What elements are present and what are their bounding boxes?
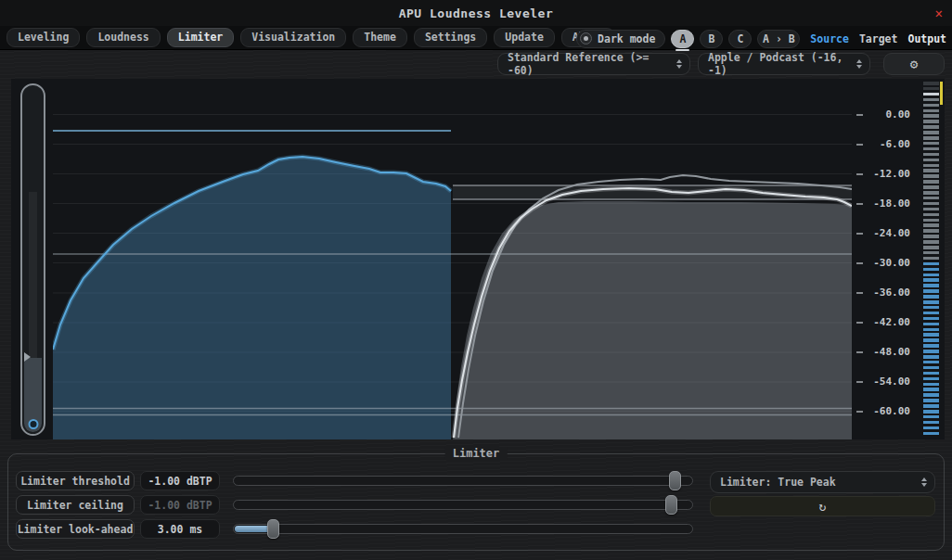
- ladder-segment: [923, 284, 939, 287]
- target-area-fill: [453, 201, 852, 439]
- slider-handle[interactable]: [267, 519, 279, 539]
- ladder-segment: [923, 415, 939, 419]
- ladder-segment: [923, 421, 939, 425]
- limiter-ceiling-slider[interactable]: [233, 495, 693, 515]
- view-tab-target[interactable]: Target: [859, 32, 898, 45]
- scale-label: -30.00: [858, 257, 910, 269]
- ladder-segment: [923, 257, 939, 261]
- ladder-segment: [923, 131, 939, 134]
- ladder-segment: [923, 235, 939, 238]
- ladder-segment: [923, 262, 939, 266]
- limiter-threshold-slider[interactable]: [233, 471, 693, 490]
- ladder-segment: [923, 377, 939, 381]
- ladder-segment: [923, 208, 939, 211]
- scale-label: -60.00: [858, 405, 910, 417]
- ladder-segment: [923, 274, 939, 277]
- slider-handle[interactable]: [665, 495, 677, 515]
- visualization-panel: 0.00-6.00-12.00-18.00-24.00-30.00-36.00-…: [11, 79, 945, 439]
- dark-mode-label: Dark mode: [598, 32, 655, 45]
- target-preset-value: Apple / Podcast (-16, -1): [708, 51, 851, 77]
- view-tab-output[interactable]: Output: [907, 32, 946, 45]
- ladder-segment: [923, 153, 939, 157]
- limiter-mode-select[interactable]: Limiter: True Peak: [710, 471, 935, 493]
- ladder-segment: [923, 120, 939, 123]
- ladder-segment: [923, 300, 939, 304]
- limiter-group-label: Limiter: [445, 447, 508, 460]
- ladder-segment: [923, 93, 939, 96]
- ladder-segment: [923, 295, 939, 299]
- ladder-segment: [923, 393, 939, 397]
- ladder-segment: [923, 306, 939, 310]
- tab-theme[interactable]: Theme: [353, 28, 407, 47]
- reference-preset-select[interactable]: Standard Reference (>= -60): [497, 53, 690, 75]
- ladder-segment: [923, 323, 939, 326]
- input-level-meter[interactable]: [20, 83, 45, 436]
- slider-track[interactable]: [233, 476, 693, 486]
- dark-mode-toggle-icon: [580, 32, 592, 45]
- ladder-segment: [923, 223, 939, 227]
- limiter-ceiling-label: Limiter ceiling: [16, 495, 135, 515]
- ladder-segment: [923, 251, 939, 255]
- limiter-reset-button[interactable]: ↻: [710, 496, 935, 516]
- loudness-plot: [53, 82, 852, 439]
- ladder-segment: [923, 338, 939, 342]
- tab-visualization[interactable]: Visualization: [240, 28, 346, 47]
- limiter-mode-value: Limiter: True Peak: [720, 476, 836, 489]
- tab-settings[interactable]: Settings: [414, 28, 487, 47]
- ab-copy-button[interactable]: A › B: [757, 30, 800, 48]
- reference-preset-value: Standard Reference (>= -60): [508, 51, 671, 77]
- ladder-segment: [923, 372, 939, 375]
- ladder-segment: [923, 229, 939, 233]
- updown-icon: [676, 59, 682, 69]
- meter-indicator-dot: [28, 419, 38, 429]
- updown-icon: [921, 477, 927, 487]
- target-preset-select[interactable]: Apple / Podcast (-16, -1): [698, 53, 870, 75]
- ladder-segment: [923, 213, 939, 217]
- limiter-threshold-value[interactable]: -1.00 dBTP: [140, 471, 220, 490]
- ladder-segment: [923, 350, 939, 353]
- close-icon[interactable]: ✕: [935, 6, 943, 20]
- limiter-ceiling-value[interactable]: -1.00 dBTP: [140, 495, 220, 515]
- tab-update[interactable]: Update: [494, 28, 555, 47]
- tab-leveling[interactable]: Leveling: [6, 28, 80, 47]
- ladder-segment: [923, 328, 939, 332]
- tab-strip: LevelingLoudnessLimiterVisualizationThem…: [0, 28, 615, 47]
- ladder-segment: [923, 174, 939, 178]
- ab-button-a[interactable]: A: [671, 30, 694, 48]
- ab-button-b[interactable]: B: [700, 30, 723, 48]
- ladder-segment: [923, 361, 939, 364]
- ladder-segment: [923, 219, 939, 223]
- ladder-segment: [923, 404, 939, 408]
- ladder-segment: [923, 164, 939, 168]
- ladder-segment: [923, 289, 939, 293]
- ladder-segment: [923, 278, 939, 282]
- limiter-group: Limiter Limiter threshold -1.00 dBTP Lim…: [7, 453, 945, 551]
- ab-button-c[interactable]: C: [728, 30, 752, 48]
- tab-limiter[interactable]: Limiter: [167, 28, 234, 47]
- tab-loudness[interactable]: Loudness: [86, 28, 160, 47]
- view-tab-source[interactable]: Source: [810, 32, 849, 45]
- ladder-segment: [923, 136, 939, 140]
- settings-gear-button[interactable]: ⚙: [883, 53, 945, 75]
- ladder-segment: [923, 388, 939, 391]
- limiter-lookahead-value[interactable]: 3.00 ms: [140, 519, 220, 539]
- ladder-segment: [923, 333, 939, 337]
- scale-label: -42.00: [858, 316, 910, 328]
- ladder-segment: [923, 180, 939, 184]
- slider-handle[interactable]: [669, 471, 681, 490]
- limiter-lookahead-slider[interactable]: [233, 519, 693, 539]
- slider-track[interactable]: [233, 500, 693, 510]
- meter-marker-triangle-icon: [24, 352, 31, 362]
- ladder-segment: [923, 317, 939, 321]
- dark-mode-toggle[interactable]: Dark mode: [576, 30, 665, 48]
- slider-track[interactable]: [233, 524, 693, 534]
- ladder-segment: [923, 87, 939, 91]
- gear-icon: ⚙: [910, 57, 918, 71]
- ladder-segment: [923, 191, 939, 195]
- scale-label: -48.00: [858, 346, 910, 358]
- ladder-segment: [923, 432, 939, 436]
- ladder-segment: [923, 82, 939, 85]
- scale-label: 0.00: [858, 108, 910, 121]
- app-window: APU Loudness Leveler ✕ LevelingLoudnessL…: [0, 0, 952, 560]
- scale-label: -18.00: [858, 197, 910, 210]
